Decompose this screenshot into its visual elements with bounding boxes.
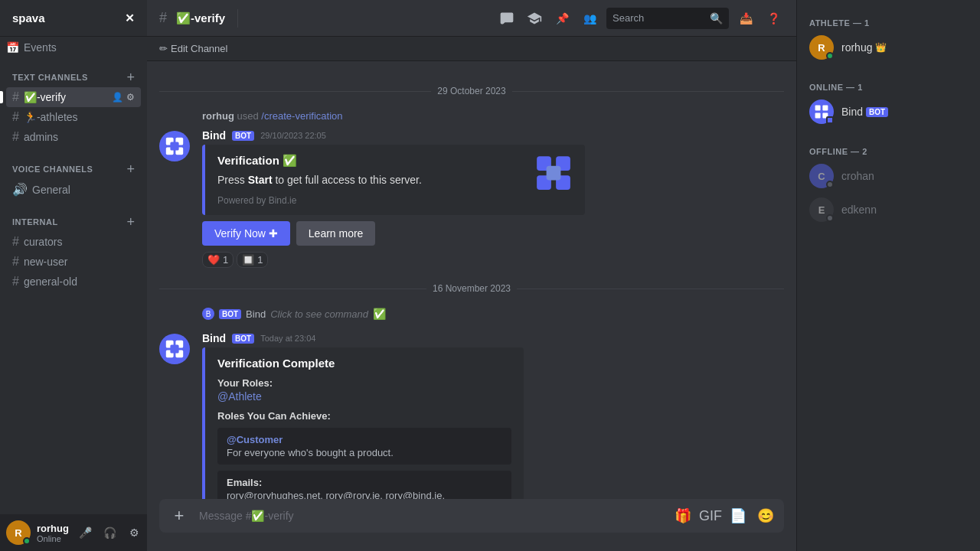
emails-embed: Emails: rory@roryhughes.net, rory@rory.i…: [217, 471, 511, 499]
channel-name-general-old: general-old: [24, 276, 135, 288]
reaction-heart-count: 1: [223, 254, 228, 266]
crohan-status-dot: [826, 181, 834, 188]
mute-button[interactable]: 🎤: [75, 522, 96, 543]
crown-icon: 👑: [875, 42, 887, 53]
server-header[interactable]: spava ✕: [0, 0, 147, 37]
edit-channel-bar: ✏ Edit Channel: [147, 37, 796, 61]
text-channels-header: TEXT CHANNELS +: [6, 70, 141, 84]
reaction-puzzle-count: 1: [257, 254, 263, 266]
reaction-puzzle[interactable]: 🔲 1: [237, 252, 268, 268]
embed-title: Verification ✅: [217, 154, 522, 168]
athlete-section: ATHLETE — 1 R rorhug 👑: [797, 0, 980, 64]
online-section-title: ONLINE — 1: [803, 70, 974, 95]
rorhug-status-dot: [826, 52, 834, 60]
sidebar-item-general-old[interactable]: # general-old: [6, 272, 141, 292]
message-input[interactable]: [199, 500, 665, 531]
members-button[interactable]: 👥: [579, 8, 600, 29]
svg-rect-15: [815, 106, 821, 111]
svg-rect-9: [547, 166, 561, 181]
bind-bot-badge: BOT: [866, 107, 888, 117]
edit-channel-link[interactable]: ✏ Edit Channel: [159, 43, 227, 54]
sidebar-item-general-voice[interactable]: 🔊 General: [6, 179, 141, 200]
hash-icon-curators: #: [12, 235, 19, 249]
divider-line-nov-left: [159, 289, 426, 289]
settings-icon[interactable]: ⚙: [126, 92, 135, 103]
channel-name-new-user: new-user: [24, 256, 135, 268]
sidebar-item-events[interactable]: 📅 Events: [0, 37, 147, 58]
deafen-button[interactable]: 🎧: [100, 522, 121, 543]
verify-now-button[interactable]: Verify Now ✚: [202, 221, 290, 246]
learn-more-button[interactable]: Learn more: [296, 221, 376, 246]
threads-button[interactable]: [496, 8, 518, 29]
search-bar[interactable]: 🔍: [606, 8, 729, 29]
channel-header: # ✅-verify 📌 👥 🔍 📥 ❓: [147, 0, 796, 37]
sidebar-item-new-user[interactable]: # new-user: [6, 252, 141, 272]
user-status-label: Online: [37, 534, 69, 543]
add-voice-channel-button[interactable]: +: [126, 162, 135, 176]
gif-button[interactable]: GIF: [698, 504, 723, 528]
sidebar-item-admins[interactable]: # admins: [6, 127, 141, 147]
customer-role-desc: For everyone who's bought a product.: [227, 447, 502, 458]
user-settings-button[interactable]: ⚙: [124, 522, 145, 543]
member-crohan[interactable]: C crohan: [803, 159, 974, 193]
sidebar-item-verify[interactable]: # ✅-verify 👤 ⚙: [6, 87, 141, 107]
user-panel-icons: 🎤 🎧 ⚙: [75, 522, 145, 543]
message-timestamp-1: 29/10/2023 22:05: [260, 131, 326, 140]
member-edkenn[interactable]: E edkenn: [803, 193, 974, 227]
speaker-icon: 🔊: [12, 182, 28, 197]
add-internal-channel-button[interactable]: +: [126, 215, 135, 229]
gift-button[interactable]: 🎁: [671, 504, 695, 528]
cmd-name-ref: Bind: [246, 308, 266, 320]
your-roles-value: @Athlete: [217, 390, 511, 403]
bot-command-ref: B BOT Bind Click to see command ✅: [202, 308, 386, 320]
user-initials: R: [15, 527, 21, 539]
main-content: # ✅-verify 📌 👥 🔍 📥 ❓ ✏ Edit Channel: [147, 0, 796, 551]
events-icon: 📅: [6, 41, 19, 54]
message-header-bind-1: Bind BOT 29/10/2023 22:05: [202, 129, 784, 142]
edkenn-avatar: E: [809, 197, 834, 222]
message-content-bind-2: Bind BOT Today at 23:04 Verification Com…: [202, 332, 784, 499]
mute-channel-button[interactable]: [524, 8, 545, 29]
divider-line-right: [512, 91, 784, 92]
bind-avatar-1: [159, 131, 190, 161]
date-text-nov: 16 November 2023: [433, 283, 511, 294]
sidebar: spava ✕ 📅 Events TEXT CHANNELS + # ✅-ver…: [0, 0, 147, 551]
header-icons: 📌 👥 🔍 📥 ❓: [496, 8, 784, 29]
text-channels-title: TEXT CHANNELS: [12, 73, 88, 82]
voice-channels-title: VOICE CHANNELS: [12, 165, 93, 174]
svg-rect-4: [170, 142, 178, 150]
hash-icon-athletes: #: [12, 110, 19, 124]
emails-label: Emails:: [227, 477, 502, 488]
rorhug-name: rorhug 👑: [841, 41, 887, 54]
embed-body: Verification ✅ Press Start to get full a…: [217, 154, 522, 206]
customer-role-name: @Customer: [227, 434, 502, 445]
member-icon[interactable]: 👤: [112, 92, 123, 103]
hash-icon-admins: #: [12, 130, 19, 144]
date-divider-oct: 29 October 2023: [159, 86, 784, 96]
divider-line-nov-right: [517, 289, 784, 289]
emoji-button[interactable]: 😊: [753, 504, 778, 528]
sidebar-item-athletes[interactable]: # 🏃-athletes: [6, 107, 141, 127]
crohan-avatar: C: [809, 164, 834, 188]
reaction-heart[interactable]: ❤️ 1: [202, 252, 234, 268]
sticker-button[interactable]: 📄: [726, 504, 750, 528]
message-group-bind-1: Bind BOT 29/10/2023 22:05 Verification ✅…: [147, 126, 796, 271]
inbox-button[interactable]: 📥: [735, 8, 756, 29]
pin-button[interactable]: 📌: [551, 8, 573, 29]
member-bind[interactable]: Bind BOT: [803, 95, 974, 129]
member-rorhug[interactable]: R rorhug 👑: [803, 31, 974, 64]
add-text-channel-button[interactable]: +: [126, 70, 135, 84]
embed-desc: Press Start to get full access to this s…: [217, 174, 522, 186]
divider-line-left: [159, 91, 431, 92]
used-text: used: [237, 110, 262, 122]
attachment-button[interactable]: +: [165, 499, 193, 533]
offline-section: OFFLINE — 2 C crohan E edkenn: [797, 129, 980, 227]
sidebar-item-curators[interactable]: # curators: [6, 232, 141, 252]
message-input-bar: + 🎁 GIF 📄 😊: [159, 499, 784, 533]
bot-badge-1: BOT: [232, 131, 254, 141]
server-dropdown-icon: ✕: [125, 11, 135, 25]
search-input[interactable]: [612, 12, 705, 24]
embed-thumbnail: [534, 154, 573, 192]
heart-emoji: ❤️: [207, 254, 220, 266]
help-button[interactable]: ❓: [763, 8, 784, 29]
